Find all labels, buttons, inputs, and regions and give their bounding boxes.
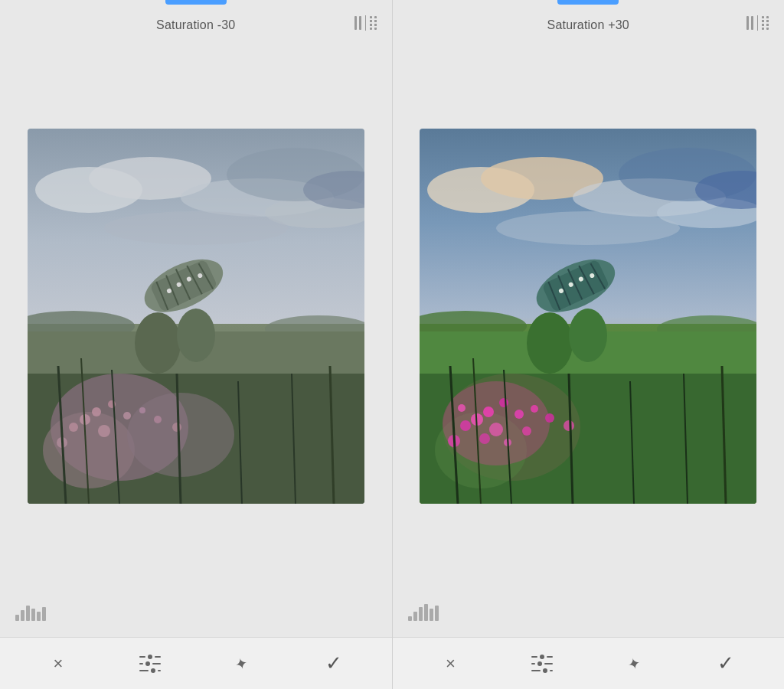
svg-point-25 [172, 423, 181, 432]
svg-point-62 [483, 407, 494, 417]
hist-bar [419, 607, 423, 621]
compare-icon-inner-right [746, 15, 769, 31]
compare-bar-left-2 [359, 16, 361, 30]
panel-title-left: Saturation -30 [156, 18, 235, 32]
compare-bar-right-3 [762, 16, 764, 30]
image-area-left [0, 41, 392, 591]
histogram-icon-right [408, 599, 439, 621]
compare-divider-right [757, 15, 758, 31]
svg-point-65 [514, 410, 524, 419]
hist-bar [435, 606, 439, 621]
magic-wand-icon-right: ✦ [626, 653, 643, 674]
histogram-area-left [0, 591, 392, 637]
svg-point-16 [92, 407, 101, 416]
svg-point-37 [135, 312, 181, 374]
photo-svg-left [28, 129, 364, 504]
svg-point-73 [522, 426, 531, 436]
comparison-panels: Saturation -30 [0, 0, 784, 689]
svg-point-63 [499, 398, 508, 407]
svg-point-19 [123, 412, 131, 420]
svg-point-87 [527, 312, 573, 374]
svg-point-38 [177, 309, 215, 362]
svg-point-71 [564, 420, 574, 431]
compare-icon-inner-left [354, 15, 377, 31]
photo-left [28, 129, 364, 504]
toolbar-right: × [393, 637, 785, 689]
histogram-icon-left [15, 599, 46, 621]
svg-point-66 [460, 420, 471, 431]
photo-svg-right [420, 129, 756, 504]
confirm-button-left[interactable]: ✓ [318, 648, 349, 679]
compare-bar-left-3 [370, 16, 372, 30]
cancel-button-right[interactable]: × [435, 648, 466, 679]
compare-bar-right-4 [766, 16, 769, 30]
svg-point-21 [139, 407, 145, 413]
mixer-icon-left [139, 655, 161, 673]
magic-button-left[interactable]: ✦ [227, 648, 257, 679]
panel-right: Saturation +30 [393, 0, 785, 689]
svg-point-68 [489, 423, 503, 436]
svg-point-14 [43, 412, 135, 488]
cancel-button-left[interactable]: × [43, 648, 74, 679]
svg-point-51 [496, 211, 680, 245]
adjustments-button-left[interactable] [135, 648, 165, 679]
image-area-right [393, 41, 785, 591]
compare-bar-right-2 [751, 16, 753, 30]
svg-point-70 [545, 413, 554, 423]
panel-left: Saturation -30 [0, 0, 393, 689]
toolbar-half-left: × [0, 648, 392, 679]
toolbar-left: × [0, 637, 392, 689]
svg-point-88 [569, 309, 607, 362]
hist-bar [15, 615, 19, 621]
hist-bar [21, 610, 24, 621]
compare-bar-left-4 [374, 16, 377, 30]
compare-divider-left [365, 15, 366, 31]
svg-point-74 [479, 433, 490, 444]
compare-icon-right[interactable] [746, 15, 769, 31]
hist-bar [26, 606, 30, 621]
mixer-icon-right [531, 655, 553, 673]
hist-bar [42, 607, 46, 621]
panel-header-left: Saturation -30 [0, 5, 392, 41]
photo-right [420, 129, 756, 504]
svg-point-15 [127, 393, 234, 477]
svg-point-24 [154, 416, 162, 423]
svg-point-67 [531, 405, 538, 413]
toolbar-half-right: × [393, 648, 785, 679]
adjustments-button-right[interactable] [527, 648, 557, 679]
compare-icon-left[interactable] [354, 15, 377, 31]
svg-point-72 [458, 404, 466, 412]
compare-bar-right-1 [746, 16, 749, 30]
magic-wand-icon-left: ✦ [233, 653, 250, 674]
confirm-button-right[interactable]: ✓ [710, 648, 741, 679]
panel-title-right: Saturation +30 [547, 18, 629, 32]
hist-bar [413, 612, 417, 621]
svg-point-20 [69, 423, 78, 432]
magic-button-right[interactable]: ✦ [619, 648, 649, 679]
hist-bar [37, 612, 41, 621]
panel-header-right: Saturation +30 [393, 5, 785, 41]
hist-bar [31, 609, 35, 621]
hist-bar [424, 604, 428, 621]
compare-bar-left-1 [354, 16, 357, 30]
svg-point-5 [104, 211, 288, 245]
hist-bar [408, 616, 412, 621]
hist-bar [430, 609, 433, 621]
histogram-area-right [393, 591, 785, 637]
svg-point-22 [98, 425, 110, 437]
